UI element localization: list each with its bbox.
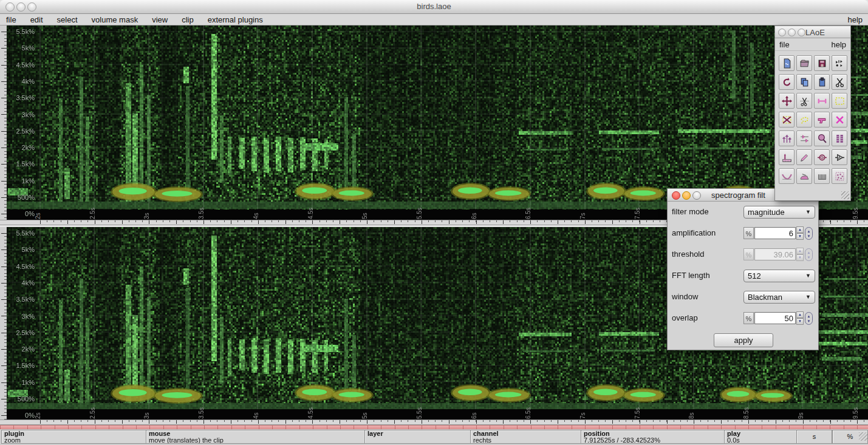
time-axis-label: 7s bbox=[579, 212, 586, 219]
toolbar-menu-file[interactable]: file bbox=[779, 40, 790, 49]
resize-grip-icon[interactable] bbox=[859, 432, 867, 441]
noise-tool-button[interactable] bbox=[832, 168, 847, 184]
comb-tool-icon bbox=[817, 171, 827, 182]
spectrogram-filter-dialog[interactable]: spectrogram filt filter modemagnitude▼am… bbox=[667, 188, 819, 350]
caret-up-icon: ▴ bbox=[808, 314, 810, 318]
move-button[interactable] bbox=[779, 93, 795, 109]
spectrogram-canvas-top[interactable] bbox=[7, 25, 868, 209]
time-axis-label: 2.5s bbox=[89, 208, 96, 219]
spin-down-icon[interactable]: ▼ bbox=[796, 318, 804, 325]
overlap-field[interactable]: 50 bbox=[754, 312, 796, 324]
cut-button[interactable] bbox=[832, 74, 847, 90]
move-icon bbox=[782, 96, 792, 106]
threshold-field[interactable]: 39.06 bbox=[754, 248, 796, 260]
time-axis-label: 2s bbox=[35, 412, 41, 419]
field-label: threshold bbox=[672, 250, 704, 259]
amplification-field[interactable]: 6 bbox=[754, 227, 796, 239]
spin-up-icon[interactable]: ▲ bbox=[796, 311, 804, 318]
fine-stepper[interactable]: ▴▾ bbox=[805, 312, 813, 325]
transport-button[interactable] bbox=[832, 55, 847, 71]
toolbar-title-bar[interactable]: LAoE bbox=[775, 26, 850, 38]
menu-item-edit[interactable]: edit bbox=[30, 15, 43, 24]
FFT-length-dropdown[interactable]: 512▼ bbox=[743, 270, 815, 282]
unit-toggle-button[interactable]: % bbox=[743, 312, 754, 324]
stretch-icon bbox=[817, 96, 827, 106]
close-icon[interactable] bbox=[778, 29, 786, 36]
time-axis-label: 7.5s bbox=[634, 208, 641, 219]
cut-wave-button[interactable] bbox=[796, 93, 812, 109]
paint-tool-button[interactable] bbox=[814, 112, 830, 127]
status-cell-value: zoom bbox=[4, 437, 148, 444]
status-cell-channel: channelrechts bbox=[470, 430, 586, 444]
amplify-tool-button[interactable]: A bbox=[832, 149, 847, 165]
paste-button[interactable] bbox=[814, 74, 830, 90]
time-axis-label: 4.5s bbox=[307, 208, 314, 219]
spinner-buttons[interactable]: ▲▼ bbox=[796, 248, 804, 261]
horizontal-ruler[interactable] bbox=[0, 420, 868, 425]
spin-down-icon[interactable]: ▼ bbox=[796, 233, 804, 240]
spectrum-tool-button[interactable] bbox=[779, 131, 795, 146]
time-axis-label: 4s bbox=[253, 412, 259, 419]
fine-stepper[interactable]: ▴▾ bbox=[805, 227, 813, 240]
menu-bar: fileeditselectvolume maskviewclipexterna… bbox=[0, 14, 868, 25]
toolbar-menu-help[interactable]: help bbox=[831, 40, 846, 49]
filter-mode-dropdown[interactable]: magnitude▼ bbox=[743, 206, 815, 219]
minimize-icon[interactable] bbox=[788, 29, 796, 36]
envelope-tool-button[interactable] bbox=[779, 168, 795, 184]
zoom-window-icon[interactable] bbox=[692, 191, 701, 200]
time-axis-label: 8.5s bbox=[743, 407, 750, 419]
spin-up-icon[interactable]: ▲ bbox=[796, 226, 804, 233]
file-new-button[interactable] bbox=[779, 55, 795, 71]
menu-item-select[interactable]: select bbox=[57, 15, 78, 24]
envelope-tool-icon bbox=[782, 171, 792, 182]
channel-blocks-button[interactable] bbox=[832, 131, 847, 146]
menu-item-volume-mask[interactable]: volume mask bbox=[92, 15, 138, 24]
fine-stepper[interactable]: ▴▾ bbox=[805, 248, 813, 261]
menu-item-file[interactable]: file bbox=[6, 15, 16, 24]
menu-item-help[interactable]: help bbox=[847, 15, 863, 24]
measure-tool-button[interactable] bbox=[779, 149, 795, 165]
stretch-button[interactable] bbox=[814, 93, 830, 109]
copy-button[interactable] bbox=[796, 74, 812, 90]
dialog-row-threshold: threshold%39.06▲▼▴▾ bbox=[668, 247, 818, 262]
unit-toggle-button[interactable]: % bbox=[743, 248, 754, 260]
select-none-button[interactable] bbox=[779, 112, 795, 127]
marker-tool-icon bbox=[799, 134, 810, 144]
spin-down-icon[interactable]: ▼ bbox=[796, 254, 804, 261]
minimize-icon[interactable] bbox=[682, 191, 691, 200]
zoom-tool-button[interactable] bbox=[814, 131, 830, 146]
comb-tool-button[interactable] bbox=[814, 168, 830, 184]
pencil-tool-button[interactable] bbox=[796, 149, 812, 165]
gain-tool-button[interactable]: G bbox=[814, 149, 830, 165]
caret-up-icon: ▴ bbox=[808, 250, 810, 254]
loop-pointer-bar[interactable] bbox=[0, 425, 868, 429]
apply-button[interactable]: apply bbox=[714, 333, 773, 347]
marker-tool-button[interactable] bbox=[796, 131, 812, 146]
time-axis-label: 6.5s bbox=[525, 208, 531, 219]
file-save-icon bbox=[817, 58, 827, 69]
time-axis-label: 2s bbox=[35, 212, 41, 219]
spinner-buttons[interactable]: ▲▼ bbox=[796, 311, 804, 325]
window-dropdown[interactable]: Blackman▼ bbox=[743, 291, 815, 304]
close-icon[interactable] bbox=[672, 191, 680, 200]
file-save-button[interactable] bbox=[814, 55, 830, 71]
file-open-button[interactable] bbox=[796, 55, 812, 71]
unit-toggle-button[interactable]: % bbox=[743, 227, 754, 239]
select-lasso-button[interactable] bbox=[796, 112, 812, 127]
toolbar-window[interactable]: LAoE file help GA bbox=[774, 25, 851, 201]
menu-item-external-plugins[interactable]: external plugins bbox=[208, 15, 263, 24]
smooth-tool-button[interactable] bbox=[796, 168, 812, 184]
spinner-buttons[interactable]: ▲▼ bbox=[796, 226, 804, 240]
resize-grip-icon[interactable] bbox=[841, 191, 849, 199]
undo-button[interactable] bbox=[779, 74, 795, 90]
delete-cross-button[interactable] bbox=[832, 112, 847, 127]
main-title-bar[interactable]: birds.laoe bbox=[0, 0, 868, 14]
unit-button-seconds[interactable]: s bbox=[796, 430, 832, 444]
menu-item-clip[interactable]: clip bbox=[182, 15, 194, 24]
time-axis-label: 3s bbox=[143, 412, 150, 419]
select-rect-button[interactable] bbox=[832, 93, 847, 109]
cut-icon bbox=[835, 77, 845, 87]
menu-item-view[interactable]: view bbox=[152, 15, 168, 24]
zoom-window-icon[interactable] bbox=[798, 29, 805, 36]
spin-up-icon[interactable]: ▲ bbox=[796, 248, 804, 254]
